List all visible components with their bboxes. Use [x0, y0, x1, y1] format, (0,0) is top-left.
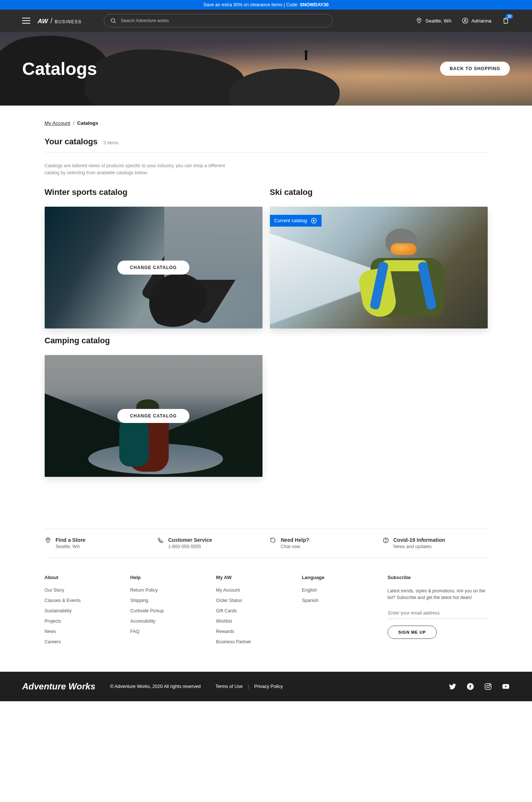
svg-point-6 [47, 538, 49, 540]
user-label: Adrianna [471, 18, 491, 24]
social-links [449, 682, 510, 691]
signup-button[interactable]: SIGN ME UP [388, 626, 437, 639]
svg-point-11 [490, 684, 490, 685]
footer-heading: About [45, 575, 121, 580]
change-catalog-button[interactable]: CHANGE CATALOG [117, 261, 189, 275]
catalog-title: Winter sports catalog [45, 187, 262, 197]
service-title: Need Help? [281, 537, 309, 543]
footer-col-about: About Our Story Classes & Events Sustain… [45, 575, 121, 650]
back-to-shopping-button[interactable]: BACK TO SHOPPING [440, 62, 510, 76]
footer-link[interactable]: Curbside Pickup [130, 608, 207, 613]
svg-line-1 [114, 22, 116, 23]
hero: Catalogs BACK TO SHOPPING [0, 32, 532, 106]
location-label: Seattle, WA [425, 18, 452, 24]
promo-bar: Save an extra 30% on clearance items | C… [0, 0, 532, 10]
promo-text: Save an extra 30% on clearance items | C… [203, 2, 300, 7]
terms-link[interactable]: Terms of Use [216, 684, 243, 689]
copyright: © Adventure Works, 2020 All rights reser… [110, 684, 200, 689]
footer-link[interactable]: Sustainability [45, 608, 121, 613]
catalog-tile[interactable]: Current catalog [270, 207, 488, 328]
footer-link[interactable]: Classes & Events [45, 598, 121, 603]
search-icon [110, 17, 116, 24]
footer-link[interactable]: Projects [45, 619, 121, 624]
service-sub: Seattle, WA [56, 544, 86, 549]
footer-link[interactable]: Gift Cards [216, 608, 293, 613]
facebook-icon[interactable] [466, 682, 474, 691]
footer-link[interactable]: Shipping [130, 598, 207, 603]
footer-link[interactable]: Rewards [216, 629, 293, 634]
footer-col-myaw: My AW My Account Order Status Gift Cards… [216, 575, 293, 650]
user-button[interactable]: Adrianna [462, 17, 491, 24]
footer-link[interactable]: English [302, 588, 378, 593]
footer-link[interactable]: Our Story [45, 588, 121, 593]
footer-heading: Language [302, 575, 378, 580]
current-catalog-badge: Current catalog [270, 215, 322, 227]
service-title: Customer Service [168, 537, 212, 543]
user-icon [462, 17, 468, 24]
catalog-card-ski: Ski catalog Current catalog [270, 187, 488, 328]
service-find-store[interactable]: Find a StoreSeattle, WA [45, 537, 150, 549]
search-input[interactable] [121, 18, 326, 23]
item-count: 3 items [103, 140, 118, 145]
footer-link[interactable]: Order Status [216, 598, 293, 603]
services-row: Find a StoreSeattle, WA Customer Service… [45, 529, 488, 558]
location-button[interactable]: Seattle, WA [416, 17, 452, 24]
instagram-icon[interactable] [484, 682, 492, 691]
footer-link[interactable]: News [45, 629, 121, 634]
svg-point-4 [464, 19, 466, 21]
footer-link[interactable]: Business Partner [216, 639, 293, 644]
service-title: Covid-19 Information [394, 537, 445, 543]
change-catalog-button[interactable]: CHANGE CATALOG [117, 409, 189, 423]
header: AW / BUSINESS Seattle, WA Adrianna 10 [0, 10, 532, 32]
service-customer-service[interactable]: Customer Service1-800-555-5555 [157, 537, 262, 549]
footer-link[interactable]: Wishlist [216, 619, 293, 624]
pin-icon [416, 17, 422, 24]
privacy-link[interactable]: Privacy Policy [254, 684, 283, 689]
footer-link[interactable]: Accessibility [130, 619, 207, 624]
catalog-title: Camping catalog [45, 336, 262, 345]
youtube-icon[interactable] [502, 682, 510, 691]
logo[interactable]: AW / BUSINESS [38, 17, 82, 25]
pin-icon [45, 537, 51, 544]
section-title: Your catalogs [45, 137, 98, 147]
breadcrumb-current: Catalogs [77, 120, 98, 126]
cart-button[interactable]: 10 [502, 17, 510, 25]
promo-code: SNOWDAY30 [300, 2, 329, 7]
service-covid[interactable]: Covid-19 InformationNews and updates [382, 537, 488, 549]
subscribe-description: Latest trends, styles & promotions. Are … [388, 588, 488, 601]
service-title: Find a Store [56, 537, 86, 543]
menu-icon[interactable] [22, 18, 30, 24]
search-box[interactable] [104, 14, 333, 27]
footer-heading: My AW [216, 575, 293, 580]
footer-col-language: Language English Spanish [302, 575, 378, 650]
page-title: Catalogs [22, 59, 97, 79]
svg-point-2 [418, 19, 420, 21]
twitter-icon[interactable] [449, 682, 457, 691]
phone-icon [157, 537, 164, 544]
catalog-tile[interactable]: CHANGE CATALOG [45, 355, 262, 477]
logo-main: AW [38, 18, 48, 25]
footer-logo[interactable]: Adventure Works [22, 681, 95, 692]
separator: | [248, 684, 249, 689]
service-help[interactable]: Need Help?Chat now [270, 537, 375, 549]
logo-sub: BUSINESS [55, 19, 82, 24]
email-input[interactable] [388, 607, 488, 619]
breadcrumb-root[interactable]: My Account [45, 120, 71, 126]
footer-link[interactable]: Return Policy [130, 588, 207, 593]
footer-heading: Help [130, 575, 207, 580]
logo-slash: / [50, 17, 52, 25]
footer-link[interactable]: FAQ [130, 629, 207, 634]
svg-point-0 [111, 18, 115, 22]
breadcrumb: My Account / Catalogs [45, 106, 488, 137]
service-sub: News and updates [394, 544, 445, 549]
help-circle-icon [382, 537, 389, 544]
footer-link[interactable]: Careers [45, 639, 121, 644]
catalog-grid: Winter sports catalog CHANGE CATALOG Ski… [45, 187, 488, 477]
catalog-card-camping: Camping catalog CHANGE CATALOG [45, 336, 262, 477]
catalog-tile[interactable]: CHANGE CATALOG [45, 207, 262, 328]
breadcrumb-sep: / [73, 120, 75, 126]
catalog-title: Ski catalog [270, 187, 488, 197]
footer-col-help: Help Return Policy Shipping Curbside Pic… [130, 575, 207, 650]
footer-link[interactable]: Spanish [302, 598, 378, 603]
footer-link[interactable]: My Account [216, 588, 293, 593]
